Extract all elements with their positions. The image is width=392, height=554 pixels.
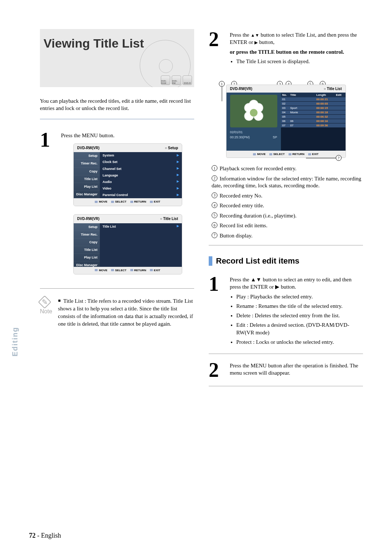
list-item: Audio	[103, 180, 112, 184]
foot-exit: EXIT	[150, 200, 160, 204]
menu-header-left: DVD-RW(VR)	[77, 146, 99, 151]
legend-item: 7Button display.	[212, 232, 363, 240]
col-edit: Edit	[336, 93, 344, 97]
note-body: ■ Title List : Title refers to a recorde…	[58, 297, 194, 328]
up-down-arrow-icon: ▲▼	[251, 33, 260, 38]
right-arrow-icon: ▶	[254, 40, 258, 45]
step2-text-c: button,	[258, 39, 274, 45]
section-title: Record List edit items	[216, 256, 299, 266]
chevron-right-icon: ▶	[177, 180, 179, 184]
side-item: Disc Manager	[74, 191, 100, 198]
tl-header-left: DVD-RW(VR)	[230, 87, 252, 91]
foot-move: MOVE	[95, 200, 107, 204]
rec-step-2-num: 2	[209, 360, 223, 380]
list-item: Parental Control	[103, 193, 128, 197]
menu-header-left: DVD-RW(VR)	[77, 216, 99, 221]
side-item: Play List	[74, 183, 100, 191]
side-item: Copy	[74, 168, 100, 175]
chevron-right-icon: ▶	[177, 187, 179, 191]
table-row: 03Sport00:00:15	[281, 106, 346, 110]
side-item: Play List	[74, 254, 100, 261]
edit-option: Edit : Deletes a desired section. (DVD-R…	[236, 321, 363, 336]
table-row: 0500:06:32	[281, 115, 346, 119]
table-row: 04Movie00:00:18	[281, 110, 346, 114]
chevron-right-icon: ▶	[177, 173, 179, 177]
edit-option: Delete : Deletes the selected entry from…	[236, 312, 363, 319]
foot-select: SELECT	[111, 269, 127, 273]
playback-thumbnail	[230, 95, 277, 127]
step2-bold: or press the TITLE button on the remote …	[230, 49, 344, 55]
legend-item: 6Record list edit items.	[212, 222, 363, 229]
foot-return: RETURN	[130, 269, 146, 273]
list-item: Video	[103, 186, 111, 191]
rec-time: 00:25:30(PM)	[230, 135, 250, 139]
step-number-2: 2	[209, 29, 223, 67]
legend-item: 1Playback screen for recorded entry.	[212, 165, 363, 172]
list-item: Language	[103, 173, 118, 178]
step2-bullet: The Title List screen is displayed.	[236, 58, 363, 65]
callout-1: 1	[219, 81, 225, 87]
side-item: Copy	[74, 239, 100, 246]
legend-item: 3Recorded entry No.	[212, 192, 363, 200]
rec-mode: SP	[273, 135, 277, 139]
side-item: Setup	[74, 152, 100, 160]
menu-header-right: Setup	[165, 146, 178, 151]
edit-option: Play : Playbacks the selected entry.	[236, 293, 363, 300]
chevron-right-icon: ▶	[177, 193, 179, 197]
foot-return: RETURN	[130, 200, 146, 204]
rec-date: 02/01/01	[230, 130, 243, 134]
list-item: System	[103, 153, 114, 158]
table-row: 060600:08:16	[281, 119, 346, 123]
legend-item: 4Recorded entry title.	[212, 202, 363, 209]
legend-item: 2Information window for the selected ent…	[212, 175, 363, 190]
table-row: 070700:09:36	[281, 123, 346, 127]
callout-7: 7	[336, 155, 342, 161]
rec-step2-text: Press the MENU button after the operatio…	[230, 363, 358, 376]
note-icon: ✎	[38, 296, 52, 309]
callout-legend: 1Playback screen for recorded entry.2Inf…	[212, 165, 363, 239]
list-item: Clock Set	[103, 160, 118, 164]
foot-exit: EXIT	[308, 152, 319, 156]
list-item: Title List	[103, 224, 116, 229]
divider	[209, 354, 363, 354]
col-title: Title	[290, 93, 317, 97]
foot-select: SELECT	[111, 200, 127, 204]
menu-screenshot-titlelist: DVD-RW(VR) Title List Setup Timer Rec. C…	[73, 214, 182, 274]
edit-option: Protect : Locks or unlocks the selected …	[236, 338, 363, 346]
side-item: Title List	[74, 246, 100, 254]
step2-text-a: Press the	[230, 32, 251, 38]
chevron-right-icon: ▶	[177, 224, 179, 228]
chevron-right-icon: ▶	[177, 154, 179, 158]
page-footer: 72 - English	[29, 532, 61, 539]
side-item: Setup	[74, 223, 100, 231]
col-no: No.	[282, 93, 290, 97]
side-item: Disc Manager	[74, 261, 100, 269]
side-item: Timer Rec.	[74, 160, 100, 167]
page-number: 72	[29, 532, 36, 539]
side-item: Timer Rec.	[74, 231, 100, 239]
foot-select: SELECT	[269, 152, 285, 156]
badge-dvd-ram: DVD-RAM	[161, 76, 170, 85]
foot-exit: EXIT	[150, 269, 160, 273]
chevron-right-icon: ▶	[177, 160, 179, 164]
step-1-text: Press the MENU button.	[61, 133, 115, 138]
foot-return: RETURN	[289, 152, 305, 156]
menu-screenshot-setup: DVD-RW(VR) Setup Setup Timer Rec. Copy T…	[73, 143, 182, 206]
title-list-screenshot: DVD-RW(VR) Title List 02/01/01 00:25:30(…	[226, 85, 346, 158]
chevron-right-icon: ▶	[177, 167, 179, 171]
tl-header-right: Title List	[324, 87, 342, 91]
section-bar	[209, 256, 212, 266]
edit-option: Rename : Renames the title of the select…	[236, 302, 363, 310]
badge-dvd-rw: DVD-RW	[172, 76, 181, 85]
badge-dvd-r: DVD-R	[183, 76, 192, 85]
col-length: Length	[317, 93, 336, 97]
menu-header-right: Title List	[160, 216, 178, 221]
divider	[209, 245, 363, 245]
step-number-1: 1	[40, 130, 54, 283]
rec-step1-lead: Press the ▲▼ button to select an entry t…	[230, 277, 351, 290]
rec-step-1-num: 1	[209, 274, 223, 348]
table-row: 0100:00:21	[281, 97, 346, 101]
banner: Viewing Title List DVD-RAM DVD-RW DVD-R	[40, 29, 194, 87]
foot-move: MOVE	[95, 269, 107, 273]
legend-item: 5Recording duration (i.e., playtime).	[212, 212, 363, 220]
